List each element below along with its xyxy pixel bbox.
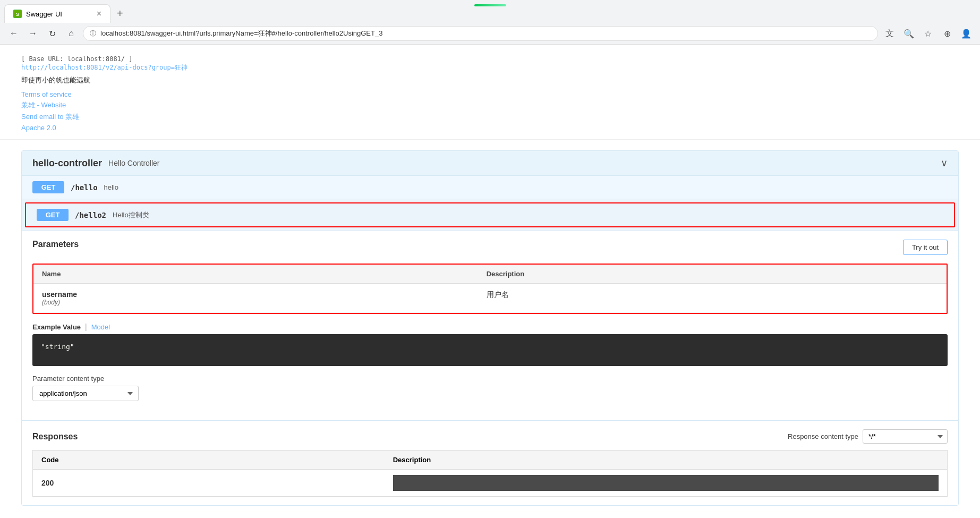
endpoint-summary-hello: hello	[104, 183, 118, 191]
browser-chrome: S Swagger UI × + ← → ↻ ⌂ ⓘ	[0, 0, 980, 45]
swagger-links: Terms of service 羕雄 - Website Send email…	[21, 90, 959, 132]
api-docs-link[interactable]: http://localhost:8081/v2/api-docs?group=…	[21, 64, 188, 71]
profile-button[interactable]: 👤	[959, 26, 974, 41]
endpoint-path-hello: /hello	[71, 183, 98, 192]
method-badge-get2: GET	[37, 209, 69, 221]
method-badge-get: GET	[32, 181, 64, 193]
home-button[interactable]: ⌂	[64, 26, 79, 41]
response-content-type-label: Response content type	[788, 432, 858, 440]
try-it-out-button[interactable]: Try it out	[903, 240, 948, 255]
terms-of-service-link[interactable]: Terms of service	[21, 90, 959, 98]
endpoint-header-hello[interactable]: GET /hello hello	[22, 176, 958, 199]
swagger-header: [ Base URL: localhost:8081/ ] http://loc…	[0, 45, 980, 140]
example-code: "string"	[32, 334, 948, 366]
endpoint-row-hello: GET /hello hello	[22, 175, 958, 199]
response-col-code: Code	[33, 451, 385, 470]
url-text: localhost:8081/swagger-ui.html?urls.prim…	[100, 29, 382, 38]
forward-button[interactable]: →	[25, 26, 40, 41]
tagline: 即使再小的帆也能远航	[21, 75, 959, 85]
nav-actions: 文 🔍 ☆ ⊕ 👤	[882, 26, 974, 41]
response-description-200	[393, 475, 939, 491]
content-type-select[interactable]: application/json	[32, 386, 139, 401]
response-code-200: 200	[33, 470, 385, 497]
controller-title: hello-controller Hello Controller	[32, 158, 160, 169]
svg-text:S: S	[16, 12, 19, 17]
content-type-label: Parameter content type	[32, 375, 948, 383]
responses-header: Responses Response content type */*	[32, 429, 948, 444]
responses-section: Responses Response content type */*	[22, 420, 958, 505]
loading-bar	[474, 4, 506, 6]
responses-table: Code Description 200	[32, 450, 948, 497]
reload-button[interactable]: ↻	[45, 26, 59, 41]
license-link[interactable]: Apache 2.0	[21, 124, 959, 132]
model-tab[interactable]: Model	[91, 323, 110, 331]
search-button[interactable]: 🔍	[901, 26, 916, 41]
email-link[interactable]: Send email to 羕雄	[21, 112, 959, 122]
tab-bar: S Swagger UI × +	[0, 0, 980, 23]
favorites-button[interactable]: ☆	[921, 26, 935, 41]
response-row-200: 200	[33, 470, 948, 497]
lock-icon: ⓘ	[90, 29, 96, 38]
controller-description: Hello Controller	[108, 159, 159, 167]
response-content-type: Response content type */*	[788, 429, 948, 444]
response-content-type-select[interactable]: */*	[863, 429, 948, 444]
base-url-info: [ Base URL: localhost:8081/ ]	[21, 55, 959, 63]
param-name: username	[42, 290, 470, 299]
address-bar[interactable]: ⓘ localhost:8081/swagger-ui.html?urls.pr…	[83, 26, 878, 41]
response-col-description: Description	[385, 451, 948, 470]
param-location: (body)	[42, 299, 470, 306]
swagger-body: hello-controller Hello Controller ∨ GET …	[0, 140, 980, 518]
endpoint-path-hello2: /hello2	[75, 211, 106, 219]
params-table: Name Description username (body)	[33, 265, 947, 313]
back-button[interactable]: ←	[6, 26, 21, 41]
tab-title: Swagger UI	[26, 10, 92, 18]
param-row-username: username (body) 用户名	[33, 284, 947, 313]
page-content: [ Base URL: localhost:8081/ ] http://loc…	[0, 45, 980, 518]
param-description: 用户名	[487, 290, 938, 300]
browser-tab[interactable]: S Swagger UI ×	[4, 4, 110, 23]
example-tabs: Example Value | Model	[32, 322, 948, 331]
new-tab-button[interactable]: +	[113, 5, 127, 22]
content-type-section: Parameter content type application/json	[32, 375, 948, 401]
collection-button[interactable]: ⊕	[940, 26, 955, 41]
website-link[interactable]: 羕雄 - Website	[21, 100, 959, 110]
example-section: Example Value | Model "string"	[32, 322, 948, 366]
controller-section: hello-controller Hello Controller ∨ GET …	[21, 150, 959, 506]
col-description-header: Description	[478, 265, 947, 284]
collapse-icon: ∨	[941, 157, 948, 169]
endpoint-summary-hello2: Hello控制类	[113, 210, 149, 220]
close-tab-button[interactable]: ×	[97, 9, 101, 19]
nav-bar: ← → ↻ ⌂ ⓘ localhost:8081/swagger-ui.html…	[0, 23, 980, 44]
endpoint-detail-hello2: Parameters Try it out Name Description	[22, 231, 958, 505]
controller-name: hello-controller	[32, 158, 102, 169]
translate-button[interactable]: 文	[882, 26, 897, 41]
col-name-header: Name	[33, 265, 478, 284]
endpoint-row-hello2: GET /hello2 Hello控制类 Parameters Try it o…	[22, 199, 958, 505]
tab-favicon: S	[13, 10, 22, 18]
params-table-wrapper: Name Description username (body)	[32, 264, 948, 314]
example-value-tab[interactable]: Example Value	[32, 323, 81, 331]
params-section: Parameters Try it out	[22, 231, 958, 264]
tab-divider: |	[85, 322, 87, 331]
endpoint-header-hello2[interactable]: GET /hello2 Hello控制类	[25, 202, 955, 227]
responses-title: Responses	[32, 432, 78, 441]
params-title: Parameters	[32, 240, 79, 249]
controller-header[interactable]: hello-controller Hello Controller ∨	[22, 151, 958, 175]
